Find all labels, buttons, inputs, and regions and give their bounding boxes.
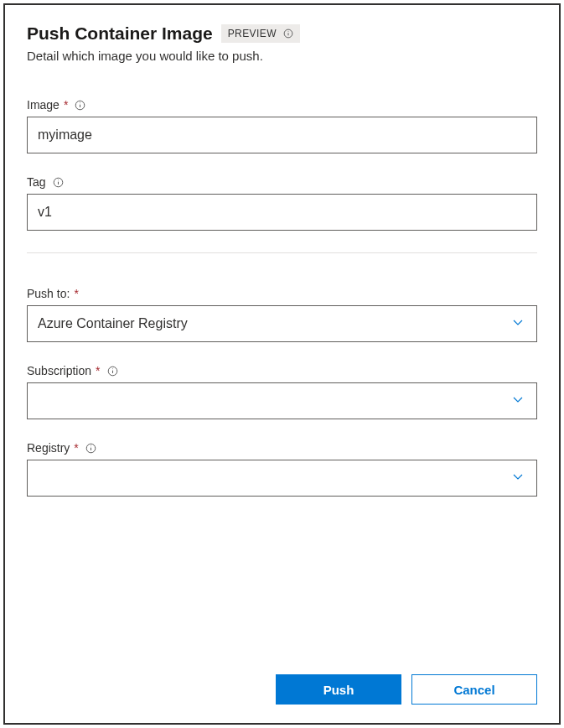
tag-label-text: Tag (27, 175, 46, 189)
preview-badge-text: PREVIEW (228, 28, 277, 39)
image-label-text: Image (27, 98, 60, 112)
header: Push Container Image PREVIEW (27, 23, 537, 44)
registry-field: Registry * (27, 441, 537, 497)
subscription-field: Subscription * (27, 364, 537, 419)
push-container-image-panel: Push Container Image PREVIEW Detail whic… (3, 3, 561, 725)
divider (27, 252, 537, 253)
info-icon[interactable] (75, 100, 85, 111)
info-icon[interactable] (85, 443, 96, 454)
image-label: Image * (27, 98, 537, 112)
tag-input[interactable] (27, 194, 537, 231)
preview-badge: PREVIEW (221, 24, 300, 43)
push-to-select[interactable]: Azure Container Registry (27, 305, 537, 342)
push-to-field: Push to: * Azure Container Registry (27, 287, 537, 342)
chevron-down-icon (511, 470, 525, 486)
push-to-label-text: Push to: (27, 287, 70, 300)
chevron-down-icon (511, 315, 525, 332)
registry-label: Registry * (27, 441, 537, 455)
subscription-label-text: Subscription (27, 364, 91, 377)
subscription-select[interactable] (27, 382, 537, 419)
svg-point-2 (287, 31, 288, 32)
push-to-label: Push to: * (27, 287, 537, 300)
push-to-value: Azure Container Registry (38, 316, 188, 331)
svg-point-14 (91, 445, 91, 446)
info-icon (283, 29, 293, 39)
subscription-label: Subscription * (27, 364, 537, 377)
svg-point-5 (80, 102, 80, 103)
info-icon[interactable] (107, 366, 118, 377)
info-icon[interactable] (53, 177, 64, 188)
registry-select[interactable] (27, 460, 537, 497)
image-input[interactable] (27, 117, 537, 153)
footer: Push Cancel (276, 674, 537, 705)
svg-point-11 (112, 368, 113, 369)
push-button[interactable]: Push (276, 674, 401, 705)
tag-label: Tag (27, 175, 537, 189)
image-field: Image * (27, 98, 537, 153)
page-title: Push Container Image (27, 23, 213, 44)
required-asterisk: * (64, 98, 68, 112)
tag-field: Tag (27, 175, 537, 231)
chevron-down-icon (511, 393, 525, 409)
required-asterisk: * (96, 364, 100, 377)
required-asterisk: * (74, 441, 78, 455)
required-asterisk: * (74, 287, 78, 300)
cancel-button[interactable]: Cancel (411, 674, 537, 705)
page-subtitle: Detail which image you would like to pus… (27, 49, 537, 63)
svg-point-8 (58, 179, 59, 180)
registry-label-text: Registry (27, 441, 70, 455)
